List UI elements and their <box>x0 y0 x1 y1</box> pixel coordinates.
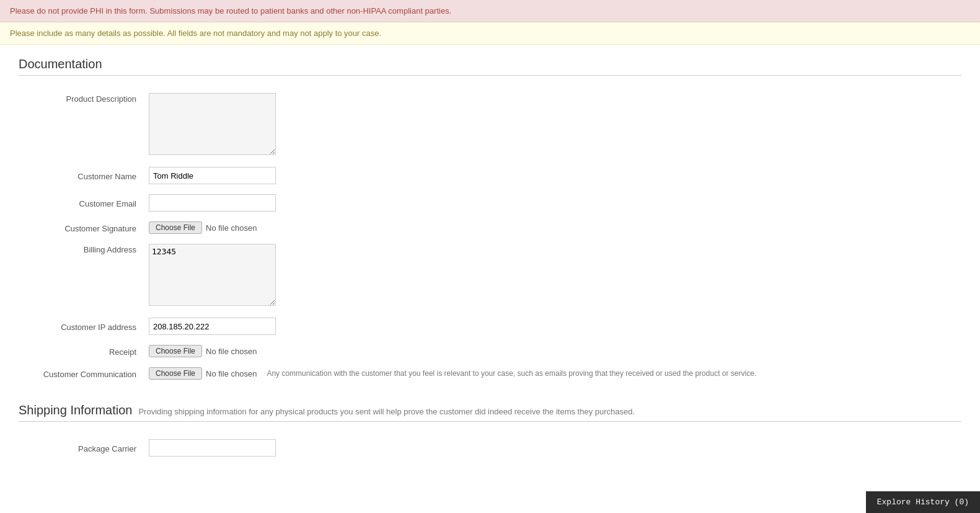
customer-email-input[interactable] <box>149 194 276 212</box>
receipt-cell: Choose File No file chosen <box>143 340 961 362</box>
documentation-form: Product Description Customer Name Custom… <box>19 88 961 385</box>
hipaa-banner-text: Please do not provide PHI in this form. … <box>10 6 451 16</box>
product-description-label: Product Description <box>19 88 143 162</box>
documentation-divider <box>19 75 961 76</box>
customer-communication-file-label: No file chosen <box>206 369 257 378</box>
customer-signature-choose-file-button[interactable]: Choose File <box>149 221 202 234</box>
receipt-file-container: Choose File No file chosen <box>149 345 955 357</box>
product-description-row: Product Description <box>19 88 961 162</box>
customer-ip-label: Customer IP address <box>19 313 143 340</box>
receipt-row: Receipt Choose File No file chosen <box>19 340 961 362</box>
customer-ip-row: Customer IP address <box>19 313 961 340</box>
customer-communication-row: Customer Communication Choose File No fi… <box>19 362 961 385</box>
page-content: Documentation Product Description Custom… <box>0 45 980 474</box>
customer-name-input[interactable] <box>149 167 276 184</box>
customer-communication-hint: Any communication with the customer that… <box>267 369 756 378</box>
customer-communication-cell: Choose File No file chosen Any communica… <box>143 362 961 385</box>
receipt-choose-file-button[interactable]: Choose File <box>149 345 202 357</box>
shipping-divider <box>19 421 961 422</box>
package-carrier-input[interactable] <box>149 439 276 457</box>
shipping-section-title: Shipping Information <box>19 403 132 417</box>
shipping-subtitle: Providing shipping information for any p… <box>138 407 635 416</box>
customer-signature-file-label: No file chosen <box>206 223 257 233</box>
package-carrier-cell <box>143 434 961 462</box>
product-description-cell <box>143 88 961 162</box>
customer-name-label: Customer Name <box>19 162 143 189</box>
customer-signature-label: Customer Signature <box>19 216 143 239</box>
customer-email-label: Customer Email <box>19 189 143 216</box>
customer-signature-row: Customer Signature Choose File No file c… <box>19 216 961 239</box>
customer-name-cell <box>143 162 961 189</box>
receipt-file-label: No file chosen <box>206 347 257 356</box>
billing-address-label: Billing Address <box>19 239 143 313</box>
shipping-form: Package Carrier <box>19 434 961 462</box>
billing-address-cell: 12345 <box>143 239 961 313</box>
billing-address-input[interactable]: 12345 <box>149 244 276 306</box>
documentation-section-title: Documentation <box>19 57 961 71</box>
customer-communication-label: Customer Communication <box>19 362 143 385</box>
customer-communication-choose-file-button[interactable]: Choose File <box>149 367 202 380</box>
product-description-input[interactable] <box>149 93 276 155</box>
customer-ip-cell <box>143 313 961 340</box>
customer-email-cell <box>143 189 961 216</box>
billing-address-row: Billing Address 12345 <box>19 239 961 313</box>
info-banner: Please include as many details as possib… <box>0 22 980 45</box>
customer-communication-file-container: Choose File No file chosen Any communica… <box>149 367 955 380</box>
package-carrier-row: Package Carrier <box>19 434 961 462</box>
customer-name-row: Customer Name <box>19 162 961 189</box>
customer-ip-input[interactable] <box>149 318 276 335</box>
hipaa-banner: Please do not provide PHI in this form. … <box>0 0 980 22</box>
customer-email-row: Customer Email <box>19 189 961 216</box>
customer-signature-file-container: Choose File No file chosen <box>149 221 955 234</box>
shipping-section-header: Shipping Information Providing shipping … <box>19 403 961 417</box>
customer-signature-cell: Choose File No file chosen <box>143 216 961 239</box>
package-carrier-label: Package Carrier <box>19 434 143 462</box>
receipt-label: Receipt <box>19 340 143 362</box>
info-banner-text: Please include as many details as possib… <box>10 29 381 38</box>
